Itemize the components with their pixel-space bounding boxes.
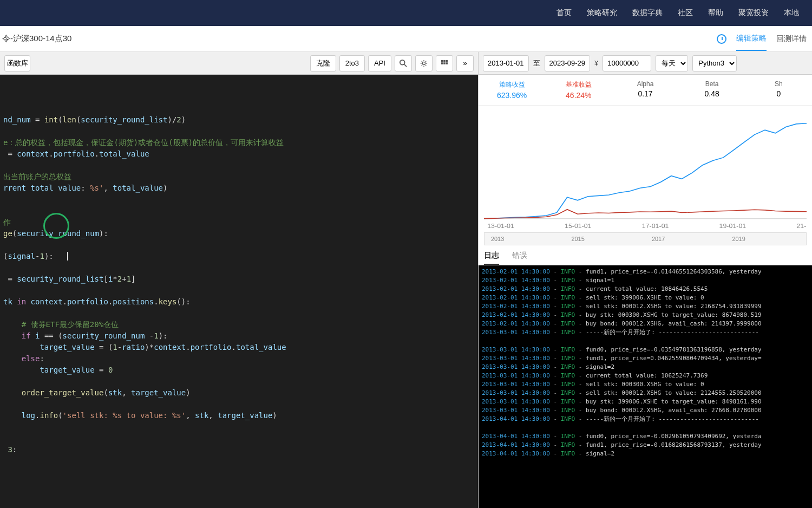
backtest-panel: 2013-01-01 至 2023-09-29 ¥ 10000000 每天 Py… — [479, 52, 812, 508]
svg-rect-4 — [443, 60, 446, 62]
svg-text:17-01-01: 17-01-01 — [642, 223, 669, 229]
more-icon[interactable]: » — [456, 55, 474, 71]
svg-text:21-: 21- — [796, 223, 806, 229]
svg-point-2 — [422, 62, 425, 64]
log-line: 2013-03-01 14:30:00 - INFO - sell stk: 0… — [482, 389, 809, 398]
nav-help[interactable]: 帮助 — [708, 8, 723, 18]
log-output[interactable]: 2013-02-01 14:30:00 - INFO - fund1, pric… — [479, 265, 812, 508]
function-lib-input[interactable] — [4, 55, 30, 71]
log-tab[interactable]: 日志 — [484, 251, 499, 265]
log-line: 2013-03-01 14:30:00 - INFO - -----新的一个月开… — [482, 328, 809, 337]
log-line: 2013-02-01 14:30:00 - INFO - buy bond: 0… — [482, 320, 809, 328]
date-separator: 至 — [533, 58, 540, 68]
error-tab[interactable]: 错误 — [512, 251, 527, 265]
log-line: 2013-03-01 14:30:00 - INFO - buy stk: 39… — [482, 398, 809, 406]
metric-item: 策略收益623.96% — [479, 80, 545, 100]
sub-header: 令-沪深300-14点30 编辑策略 回测详情 — [0, 26, 812, 52]
log-line: 2013-02-01 14:30:00 - INFO - sell stk: 0… — [482, 302, 809, 311]
log-line: 2013-04-01 14:30:00 - INFO - -----新的一个月开… — [482, 415, 809, 424]
svg-rect-8 — [446, 62, 448, 64]
currency-symbol: ¥ — [594, 59, 598, 67]
edit-strategy-tab[interactable]: 编辑策略 — [736, 34, 767, 51]
grid-icon[interactable] — [436, 55, 453, 71]
metric-item: Alpha0.17 — [612, 80, 678, 100]
backtest-detail-tab[interactable]: 回测详情 — [776, 34, 807, 44]
top-nav: 首页 策略研究 数据字典 社区 帮助 聚宽投资 本地 — [0, 0, 812, 26]
log-line: 2013-04-01 14:30:00 - INFO - signal=2 — [482, 450, 809, 458]
log-tabs: 日志 错误 — [479, 248, 812, 265]
backtest-config: 2013-01-01 至 2023-09-29 ¥ 10000000 每天 Py… — [479, 52, 812, 75]
time-slider[interactable]: 2013201520172019 — [484, 232, 807, 245]
editor-panel: 克隆 2to3 API » nd_num = int(len(security_… — [0, 52, 479, 508]
log-line — [482, 337, 809, 346]
log-line: 2013-02-01 14:30:00 - INFO - sell stk: 3… — [482, 294, 809, 302]
metric-item: Sh0 — [745, 80, 812, 100]
metric-item: Beta0.48 — [679, 80, 745, 100]
clone-button[interactable]: 克隆 — [310, 55, 336, 71]
log-line: 2013-04-01 14:30:00 - INFO - fund1, pric… — [482, 441, 809, 450]
log-line: 2013-02-01 14:30:00 - INFO - fund1, pric… — [482, 268, 809, 276]
nav-research[interactable]: 策略研究 — [587, 8, 617, 18]
nav-local[interactable]: 本地 — [784, 8, 799, 18]
capital-input[interactable]: 10000000 — [603, 55, 651, 71]
nav-community[interactable]: 社区 — [678, 8, 693, 18]
clock-icon[interactable] — [717, 34, 726, 44]
log-line: 2013-03-01 14:30:00 - INFO - sell stk: 0… — [482, 380, 809, 389]
language-select[interactable]: Python3 — [692, 55, 737, 71]
svg-text:13-01-01: 13-01-01 — [487, 223, 514, 229]
log-line: 2013-03-01 14:30:00 - INFO - current tot… — [482, 372, 809, 380]
code-editor[interactable]: nd_num = int(len(security_round_list)/2)… — [0, 75, 478, 508]
api-button[interactable]: API — [368, 55, 391, 71]
search-icon[interactable] — [395, 55, 412, 71]
svg-point-0 — [400, 60, 405, 64]
log-line: 2013-03-01 14:30:00 - INFO - fund1, pric… — [482, 354, 809, 363]
svg-text:15-01-01: 15-01-01 — [565, 223, 592, 229]
svg-line-1 — [404, 64, 407, 66]
nav-invest[interactable]: 聚宽投资 — [738, 8, 769, 18]
2to3-button[interactable]: 2to3 — [339, 55, 365, 71]
start-date-input[interactable]: 2013-01-01 — [483, 55, 529, 71]
nav-data[interactable]: 数据字典 — [632, 8, 663, 18]
metric-item: 基准收益46.24% — [545, 80, 612, 100]
svg-rect-3 — [441, 60, 443, 62]
log-line: 2013-04-01 14:30:00 - INFO - fund0, pric… — [482, 432, 809, 441]
frequency-select[interactable]: 每天 — [656, 55, 688, 71]
svg-rect-6 — [441, 62, 443, 64]
log-line: 2013-02-01 14:30:00 - INFO - current tot… — [482, 285, 809, 294]
editor-toolbar: 克隆 2to3 API » — [0, 52, 478, 75]
log-line: 2013-02-01 14:30:00 - INFO - buy stk: 00… — [482, 311, 809, 320]
svg-rect-7 — [443, 62, 446, 64]
metrics-row: 策略收益623.96%基准收益46.24%Alpha0.17Beta0.48Sh… — [479, 75, 812, 106]
log-line: 2013-03-01 14:30:00 - INFO - buy bond: 0… — [482, 406, 809, 415]
chart-area[interactable]: 13-01-0115-01-0117-01-0119-01-0121- — [479, 106, 812, 230]
log-line — [482, 424, 809, 432]
log-line: 2013-02-01 14:30:00 - INFO - signal=1 — [482, 276, 809, 285]
strategy-title: 令-沪深300-14点30 — [0, 34, 71, 44]
nav-home[interactable]: 首页 — [556, 8, 572, 18]
gear-icon[interactable] — [415, 55, 433, 71]
log-line: 2013-03-01 14:30:00 - INFO - signal=2 — [482, 363, 809, 372]
svg-rect-5 — [446, 60, 448, 62]
end-date-input[interactable]: 2023-09-29 — [545, 55, 591, 71]
svg-text:19-01-01: 19-01-01 — [719, 223, 746, 229]
log-line: 2013-03-01 14:30:00 - INFO - fund0, pric… — [482, 346, 809, 354]
